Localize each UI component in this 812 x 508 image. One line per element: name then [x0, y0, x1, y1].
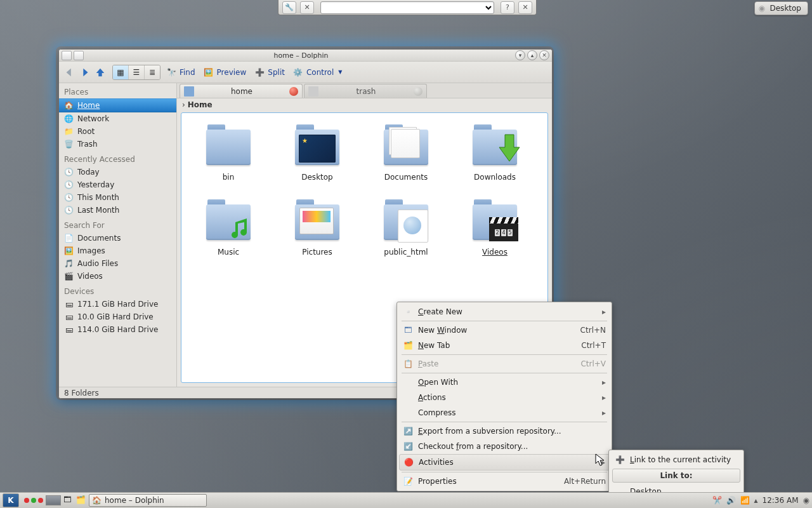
sidebar-item-root[interactable]: 📁Root — [59, 125, 176, 138]
volume-tray-icon[interactable]: 🔊 — [726, 496, 736, 505]
clipboard-tray-icon[interactable]: ✂️ — [712, 496, 722, 505]
top-combo[interactable] — [320, 1, 494, 14]
chevron-right-icon: ▸ — [602, 393, 606, 402]
menu-checkout[interactable]: ↙️Checkout from a repository... — [399, 439, 610, 454]
folder-desktop[interactable]: ★Desktop — [273, 119, 362, 194]
sidebar-item-home[interactable]: 🏠Home — [59, 98, 176, 112]
folder-bin[interactable]: bin — [184, 119, 273, 194]
maximize-button[interactable]: ▴ — [527, 50, 537, 60]
taskbar-icon[interactable]: 🗔 — [63, 495, 74, 505]
sidebar-item-audio[interactable]: 🎵Audio Files — [59, 257, 176, 270]
menu-export-svn[interactable]: ↗️Export from a subversion repository... — [399, 424, 610, 439]
split-icon: ➕ — [254, 67, 265, 78]
menu-separator — [402, 472, 607, 472]
minimize-button[interactable]: ▾ — [515, 50, 525, 60]
plus-icon: ➕ — [615, 455, 625, 465]
window-title: home – Dolphin — [87, 51, 515, 60]
keep-above-icon[interactable] — [74, 51, 84, 60]
compact-view-button[interactable]: ☰ — [129, 65, 145, 79]
sidebar-item-yesterday[interactable]: 🕓Yesterday — [59, 178, 176, 191]
devices-header: Devices — [59, 283, 176, 298]
folder-documents[interactable]: Documents — [362, 119, 450, 194]
titlebar-buttons: ▾ ▴ ✕ — [515, 50, 552, 60]
desktop-badge[interactable]: Desktop — [754, 1, 809, 15]
home-icon: 🏠 — [92, 496, 102, 505]
folder-music[interactable]: Music — [184, 194, 273, 269]
wrench-icon[interactable]: 🔧 — [282, 1, 296, 14]
help-button[interactable]: ? — [501, 1, 514, 14]
binoculars-icon: 🔭 — [166, 67, 177, 78]
trash-icon: 🗑️ — [64, 140, 74, 149]
tab-close-icon[interactable] — [414, 87, 422, 96]
close-button[interactable]: ✕ — [539, 50, 549, 60]
sidebar-item-this-month[interactable]: 🕓This Month — [59, 191, 176, 204]
system-tray: ✂️ 🔊 📶 ▴ 12:36 AM ◉ — [712, 496, 809, 505]
sidebar-item-videos[interactable]: 🎬Videos — [59, 270, 176, 283]
menu-separator — [402, 321, 607, 321]
tools-icon[interactable]: ✕ — [300, 1, 314, 14]
chevron-right-icon: ▸ — [602, 408, 606, 417]
icons-view-button[interactable]: ▦ — [113, 65, 129, 79]
clock[interactable]: 12:36 AM — [763, 496, 799, 505]
menu-compress[interactable]: Compress▸ — [399, 405, 610, 420]
up-button[interactable] — [93, 65, 107, 79]
find-button[interactable]: 🔭Find — [163, 67, 198, 78]
breadcrumb[interactable]: ›Home — [177, 98, 552, 111]
preview-icon: 🖼️ — [203, 67, 214, 78]
taskbar-icon[interactable]: 🗂️ — [76, 495, 86, 505]
back-button[interactable] — [63, 65, 77, 79]
sidebar: Places 🏠Home 🌐Network 📁Root 🗑️Trash Rece… — [59, 83, 177, 387]
folder-downloads[interactable]: Downloads — [450, 119, 539, 194]
new-icon: ▫️ — [403, 307, 413, 317]
folder-pictures[interactable]: Pictures — [273, 194, 362, 269]
sidebar-item-last-month[interactable]: 🕓Last Month — [59, 204, 176, 217]
details-view-button[interactable]: ≣ — [145, 65, 160, 79]
sidebar-item-network[interactable]: 🌐Network — [59, 112, 176, 125]
cashew-icon[interactable]: ◉ — [803, 496, 809, 505]
activity-dots[interactable] — [24, 498, 43, 503]
menu-activities[interactable]: 🔴Activities▸ — [399, 454, 610, 471]
folder-videos[interactable]: 245Videos — [450, 194, 539, 269]
sidebar-item-drive[interactable]: 🖴114.0 GiB Hard Drive — [59, 323, 176, 336]
tab-trash[interactable]: trash — [304, 84, 427, 98]
sidebar-item-images[interactable]: 🖼️Images — [59, 244, 176, 257]
clock-icon: 🕓 — [64, 168, 74, 177]
tab-close-icon[interactable] — [289, 87, 298, 96]
network-tray-icon[interactable]: 📶 — [740, 496, 750, 505]
task-button[interactable]: 🏠home – Dolphin — [89, 494, 207, 507]
top-mini-toolbar: 🔧 ✕ ? ✕ — [278, 0, 537, 15]
chevron-right-icon: ▸ — [601, 458, 605, 467]
taskbar: K 🗔 🗂️ 🏠home – Dolphin ✂️ 🔊 📶 ▴ 12:36 AM… — [0, 492, 812, 508]
menu-new-window[interactable]: 🗔New WindowCtrl+N — [399, 323, 610, 338]
expand-tray-icon[interactable]: ▴ — [754, 496, 758, 505]
tab-strip: home trash — [177, 83, 552, 98]
sidebar-item-drive[interactable]: 🖴10.0 GiB Hard Drive — [59, 311, 176, 323]
menu-actions[interactable]: Actions▸ — [399, 390, 610, 405]
pager[interactable] — [46, 495, 61, 505]
menu-create-new[interactable]: ▫️Create New▸ — [399, 304, 610, 319]
menu-properties[interactable]: 📝PropertiesAlt+Return — [399, 474, 610, 489]
menu-paste: 📋PasteCtrl+V — [399, 356, 610, 371]
kickoff-button[interactable]: K — [3, 493, 19, 507]
menu-new-tab[interactable]: 🗂️New TabCtrl+T — [399, 338, 610, 353]
window-icon[interactable] — [62, 51, 72, 60]
audio-icon: 🎵 — [64, 259, 74, 269]
folder-publichtml[interactable]: public_html — [362, 194, 450, 269]
preview-button[interactable]: 🖼️Preview — [200, 67, 249, 78]
sidebar-item-documents[interactable]: 📄Documents — [59, 232, 176, 244]
trash-icon — [308, 86, 318, 97]
video-icon: 🎬 — [64, 272, 74, 281]
control-button[interactable]: ⚙️Control▼ — [290, 67, 345, 78]
sidebar-item-trash[interactable]: 🗑️Trash — [59, 138, 176, 150]
menu-open-with[interactable]: Open With▸ — [399, 375, 610, 390]
tab-home[interactable]: home — [180, 84, 303, 98]
close-top-button[interactable]: ✕ — [518, 1, 532, 14]
forward-button[interactable] — [78, 65, 92, 79]
sidebar-item-today[interactable]: 🕓Today — [59, 166, 176, 178]
split-button[interactable]: ➕Split — [251, 67, 287, 78]
drive-icon: 🖴 — [64, 312, 74, 322]
menu-separator — [402, 354, 607, 355]
submenu-link-current[interactable]: ➕Link to the current activity — [611, 452, 742, 467]
tab-icon: 🗂️ — [403, 340, 413, 351]
sidebar-item-drive[interactable]: 🖴171.1 GiB Hard Drive — [59, 298, 176, 311]
